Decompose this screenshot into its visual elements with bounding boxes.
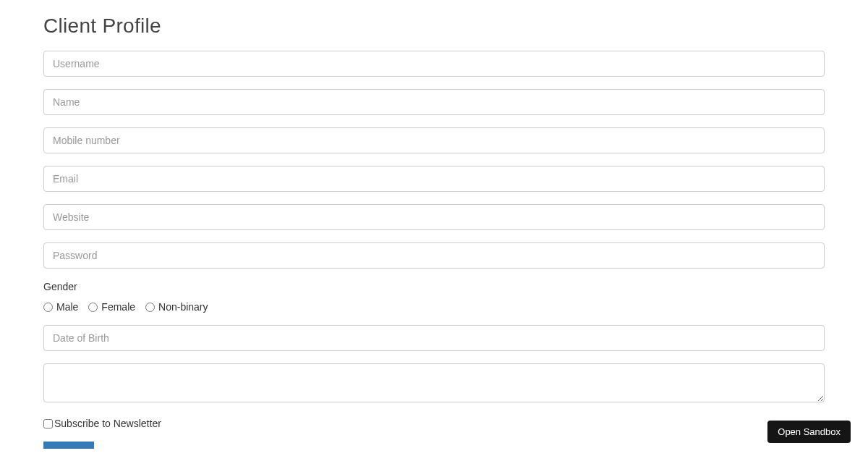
submit-button[interactable] bbox=[43, 442, 94, 449]
name-input[interactable] bbox=[43, 89, 825, 115]
radio-nonbinary-label: Non-binary bbox=[158, 301, 208, 313]
username-input[interactable] bbox=[43, 51, 825, 77]
form-group-mobile bbox=[43, 127, 825, 153]
newsletter-checkbox[interactable] bbox=[43, 419, 53, 428]
form-group-email bbox=[43, 166, 825, 192]
form-group-username bbox=[43, 51, 825, 77]
radio-item-nonbinary[interactable]: Non-binary bbox=[145, 301, 208, 313]
email-input[interactable] bbox=[43, 166, 825, 192]
radio-female[interactable] bbox=[88, 303, 98, 312]
page-title: Client Profile bbox=[43, 14, 825, 38]
gender-label: Gender bbox=[43, 281, 825, 292]
radio-male[interactable] bbox=[43, 303, 53, 312]
radio-nonbinary[interactable] bbox=[145, 303, 155, 312]
form-group-textarea bbox=[43, 363, 825, 405]
password-input[interactable] bbox=[43, 242, 825, 269]
form-container: Client Profile Gender Male Female bbox=[0, 0, 868, 456]
radio-item-female[interactable]: Female bbox=[88, 301, 135, 313]
mobile-input[interactable] bbox=[43, 127, 825, 153]
textarea-input[interactable] bbox=[43, 363, 825, 402]
open-sandbox-button[interactable]: Open Sandbox bbox=[767, 421, 851, 443]
radio-female-label: Female bbox=[101, 301, 135, 313]
gender-radio-row: Male Female Non-binary bbox=[43, 301, 825, 313]
gender-section: Gender Male Female Non-binary bbox=[43, 281, 825, 313]
radio-item-male[interactable]: Male bbox=[43, 301, 78, 313]
website-input[interactable] bbox=[43, 204, 825, 230]
dob-input[interactable] bbox=[43, 325, 825, 351]
form-group-website bbox=[43, 204, 825, 230]
form-group-password bbox=[43, 242, 825, 269]
radio-male-label: Male bbox=[56, 301, 78, 313]
form-group-name bbox=[43, 89, 825, 115]
form-group-dob bbox=[43, 325, 825, 351]
newsletter-label: Subscribe to Newsletter bbox=[54, 418, 161, 429]
newsletter-checkbox-row[interactable]: Subscribe to Newsletter bbox=[43, 418, 825, 429]
